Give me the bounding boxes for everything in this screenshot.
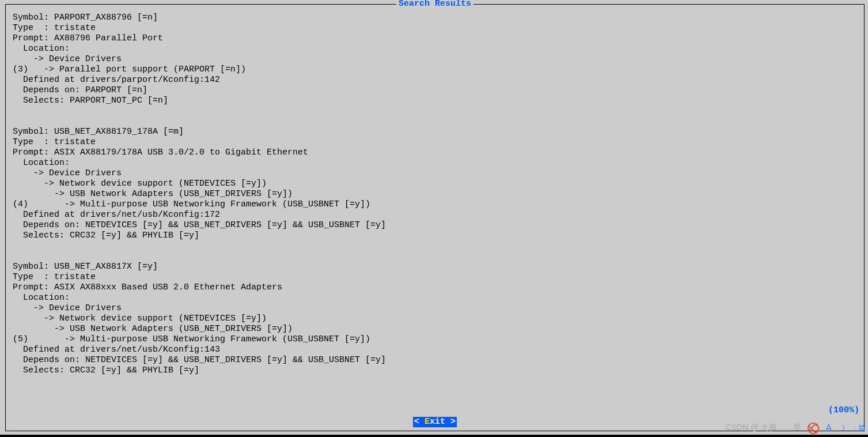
- search-results-text[interactable]: Symbol: PARPORT_AX88796 [=n] Type : tris…: [6, 5, 864, 409]
- ime-indicator: A ☽ : 简: [807, 422, 866, 435]
- ime-globe-icon: [807, 422, 820, 435]
- svg-point-0: [808, 423, 818, 434]
- scroll-percent: (100%): [828, 405, 859, 416]
- bottom-frame-edge: [0, 435, 868, 437]
- exit-hotkey-letter: E: [424, 417, 430, 427]
- terminal-window: Search Results Symbol: PARPORT_AX88796 […: [0, 0, 868, 437]
- ime-mode-label: : 简: [854, 424, 866, 432]
- search-results-dialog: Search Results Symbol: PARPORT_AX88796 […: [5, 4, 865, 431]
- ime-letter: A: [826, 423, 832, 433]
- exit-button[interactable]: < Exit >: [413, 417, 457, 427]
- csdn-watermark: CSDN @ 北极……星: [725, 422, 801, 432]
- moon-icon: ☽: [840, 424, 845, 433]
- dialog-title: Search Results: [396, 0, 473, 9]
